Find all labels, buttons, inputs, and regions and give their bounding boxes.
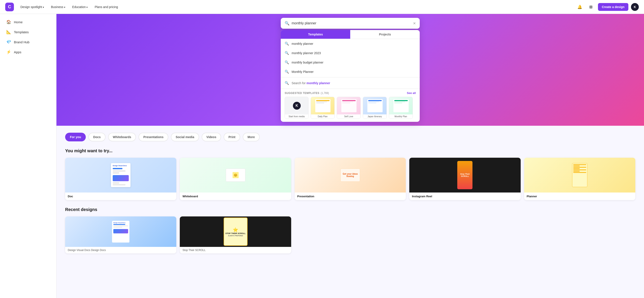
recent-card-doc-label: Design Visual Docs Design Docs: [65, 247, 176, 253]
wb-sticky-note: 😊: [232, 172, 238, 178]
search-for-item[interactable]: 🔍 Search for monthly planner: [281, 78, 420, 88]
japan-itinerary-thumb-img: [363, 97, 387, 114]
recent-card-design-visual-docs[interactable]: Design Visual Docs Design Visual Docs De…: [65, 216, 176, 253]
notifications-icon[interactable]: 🔔: [576, 3, 584, 11]
template-thumb-daily-plan[interactable]: Daily Plan: [311, 97, 334, 119]
try-card-whiteboard-label: Whiteboard: [180, 193, 291, 200]
search-suggestion-icon: 🔍: [285, 42, 289, 46]
recent-card-stop-scroll[interactable]: ⭐ Stop Their SCROLL ALWAYS PREPARED Stop…: [180, 216, 291, 253]
search-box: 🔍 ✕: [281, 18, 420, 29]
apps-icon: ⚡: [6, 50, 11, 54]
topbar-right: 🔔 ⊞ Create a design K: [576, 3, 639, 11]
stop-scroll-preview: ⭐ Stop Their SCROLL ALWAYS PREPARED: [224, 218, 248, 246]
suggestion-monthly-planner-cap[interactable]: 🔍 Monthly Planner: [281, 67, 420, 76]
try-section-header: You might want to try...: [65, 148, 635, 153]
avatar[interactable]: K: [631, 3, 639, 11]
planner-preview-img: [524, 158, 635, 193]
doc-preview-img: Design Visual Docs: [65, 158, 176, 193]
template-thumb-label-2: Self Love: [337, 114, 360, 118]
try-card-presentation[interactable]: Get your ideas flowing Presentation: [295, 158, 406, 200]
sidebar-item-brand-hub[interactable]: 💎 Brand Hub: [2, 37, 54, 47]
try-card-doc[interactable]: Design Visual Docs Doc: [65, 158, 176, 200]
create-design-button[interactable]: Create a design: [598, 3, 628, 11]
search-icon: 🔍: [285, 21, 290, 26]
stop-scroll-text: Stop Their SCROLL: [458, 173, 472, 177]
reel-preview-img: Stop Their SCROLL: [409, 158, 520, 193]
tab-for-you[interactable]: For you: [65, 133, 86, 141]
nav-education[interactable]: Education: [69, 4, 91, 11]
try-card-planner[interactable]: Planner: [524, 158, 635, 200]
try-card-planner-label: Planner: [524, 193, 635, 200]
try-grid: Design Visual Docs Doc: [65, 158, 635, 200]
suggestion-monthly-budget-planner[interactable]: 🔍 monthly budget planner: [281, 58, 420, 67]
template-thumbs-row: K Start from media: [281, 95, 420, 122]
tab-docs[interactable]: Docs: [88, 133, 105, 141]
search-for-icon: 🔍: [285, 81, 289, 85]
sidebar-item-templates-label: Templates: [14, 30, 29, 34]
try-card-reel-label: Instagram Reel: [409, 193, 520, 200]
monthly-plan-thumb-img: [389, 97, 413, 114]
search-for-term: monthly planner: [306, 81, 330, 85]
home-icon: 🏠: [6, 20, 11, 24]
sidebar-item-apps-label: Apps: [14, 50, 21, 54]
search-suggestion-icon-4: 🔍: [285, 70, 289, 74]
wb-preview-inner: 😊: [226, 169, 245, 182]
sidebar-item-templates[interactable]: 📐 Templates: [2, 27, 54, 37]
main-content: 🔍 ✕ Templates Projects 🔍: [56, 14, 644, 298]
tab-whiteboards[interactable]: Whiteboards: [108, 133, 136, 141]
topbar-logo[interactable]: C: [5, 3, 14, 11]
nav-plans-pricing[interactable]: Plans and pricing: [92, 4, 121, 11]
template-thumb-label-0: Start from media: [285, 114, 308, 118]
daily-plan-thumb-img: [311, 97, 334, 114]
see-all-link[interactable]: See all: [407, 91, 416, 95]
suggested-templates-count: (1,769): [321, 92, 329, 95]
sidebar-item-home-label: Home: [14, 20, 22, 24]
recent-card-reel-img: ⭐ Stop Their SCROLL ALWAYS PREPARED: [180, 216, 291, 247]
sidebar-item-home[interactable]: 🏠 Home: [2, 17, 54, 27]
layout: 🏠 Home 📐 Templates 💎 Brand Hub ⚡ Apps 🔍: [0, 14, 644, 298]
self-love-thumb-img: [337, 97, 361, 114]
recent-card-doc-img: Design Visual Docs: [65, 216, 176, 247]
template-thumb-self-love[interactable]: Self Love: [337, 97, 361, 119]
grid-icon[interactable]: ⊞: [587, 3, 595, 11]
template-thumb-label-4: Monthly Plan: [389, 114, 412, 118]
try-card-whiteboard[interactable]: 😊 Whiteboard: [180, 158, 291, 200]
dropdown-tab-templates[interactable]: Templates: [281, 30, 350, 39]
suggestion-monthly-planner[interactable]: 🔍 monthly planner: [281, 39, 420, 48]
search-dropdown: Templates Projects 🔍 monthly planner 🔍 m…: [281, 30, 420, 122]
dropdown-divider: [281, 77, 420, 77]
nav-design-spotlight[interactable]: Design spotlight: [17, 4, 47, 11]
hero-content: 🔍 ✕ Templates Projects 🔍: [74, 27, 627, 113]
topbar-left: C Design spotlight Business Education Pl…: [5, 3, 121, 11]
presentation-preview-img: Get your ideas flowing: [295, 158, 406, 193]
tab-more[interactable]: More: [243, 133, 260, 141]
content-area: For you Docs Whiteboards Presentations S…: [56, 126, 644, 260]
sidebar-item-apps[interactable]: ⚡ Apps: [2, 47, 54, 57]
tab-print[interactable]: Print: [224, 133, 240, 141]
suggestion-monthly-planner-2023[interactable]: 🔍 monthly planner 2023: [281, 48, 420, 58]
topbar-nav: Design spotlight Business Education Plan…: [17, 4, 121, 11]
try-card-reel[interactable]: Stop Their SCROLL Instagram Reel: [409, 158, 520, 200]
tab-presentations[interactable]: Presentations: [138, 133, 168, 141]
template-thumb-label-3: Japan Itinerary: [363, 114, 386, 118]
search-suggestion-icon-3: 🔍: [285, 60, 289, 64]
dropdown-tab-projects[interactable]: Projects: [350, 30, 420, 39]
pres-preview-inner: Get your ideas flowing: [340, 169, 360, 182]
nav-business[interactable]: Business: [48, 4, 68, 11]
canva-logo-icon[interactable]: C: [5, 3, 14, 11]
template-thumb-japan-itinerary[interactable]: Japan Itinerary: [363, 97, 387, 119]
template-thumb-monthly-plan[interactable]: Monthly Plan: [389, 97, 413, 119]
try-card-presentation-label: Presentation: [295, 193, 406, 200]
template-thumb-start-media[interactable]: K Start from media: [285, 97, 308, 119]
brand-hub-icon: 💎: [6, 40, 11, 44]
media-avatar-icon: K: [293, 102, 301, 110]
templates-icon: 📐: [6, 30, 11, 34]
search-input[interactable]: [292, 21, 413, 25]
search-clear-icon[interactable]: ✕: [413, 21, 416, 26]
planner-preview-inner: [572, 163, 587, 187]
dropdown-tabs: Templates Projects: [281, 30, 420, 39]
tab-videos[interactable]: Videos: [202, 133, 221, 141]
media-thumb-img: K: [285, 97, 308, 114]
recent-grid: Design Visual Docs Design Visual Docs De…: [65, 216, 635, 253]
tab-social-media[interactable]: Social media: [171, 133, 199, 141]
